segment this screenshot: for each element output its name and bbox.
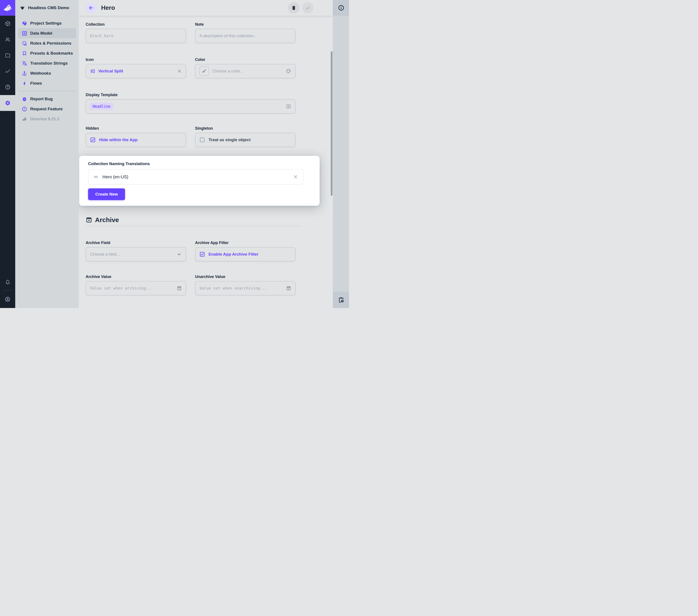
project-header[interactable]: Headless CMS Demo <box>15 0 79 16</box>
remove-translation-button[interactable] <box>293 174 298 179</box>
module-content-button[interactable] <box>0 16 15 31</box>
information-panel-button[interactable] <box>333 0 349 16</box>
sidebar-item-label: Data Model <box>30 31 52 36</box>
anchor-icon <box>22 71 27 76</box>
drag-handle-icon[interactable] <box>93 174 98 179</box>
unarchive-value-input[interactable]: Value set when unarchiving... <box>195 281 295 296</box>
rabbit-logo-icon <box>3 3 13 13</box>
checkbox-checked-icon <box>90 137 96 143</box>
check-icon <box>305 5 311 11</box>
revisions-panel-button[interactable] <box>333 292 349 308</box>
notifications-button[interactable] <box>0 275 15 289</box>
sidebar-item-label: Flows <box>30 81 42 86</box>
color-input[interactable]: Choose a color... <box>195 64 295 78</box>
settings-gear-icon <box>5 100 11 106</box>
singleton-checkbox[interactable]: Treat as single object <box>195 133 295 147</box>
trash-icon <box>291 5 296 11</box>
field-archive-value: Archive Value Value set when archiving..… <box>86 274 186 296</box>
template-chip[interactable]: Headline <box>90 103 113 110</box>
collection-placeholder: block_hero <box>90 34 113 38</box>
page-title: Hero <box>101 4 115 11</box>
clipboard-clock-icon <box>338 297 345 303</box>
sidebar-item-flows[interactable]: Flows <box>18 78 76 88</box>
unarchive-value-placeholder: Value set when unarchiving... <box>199 286 267 290</box>
collection-naming-translations-card: Collection Naming Translations Hero (en-… <box>79 156 320 206</box>
delete-collection-button[interactable] <box>288 2 299 13</box>
module-help-button[interactable] <box>0 79 15 95</box>
translate-icon <box>22 61 27 66</box>
vertical-split-icon <box>90 69 95 74</box>
icon-select[interactable]: Vertical Split <box>86 64 186 78</box>
main-panel: Hero Collection <box>79 0 333 308</box>
eyedropper-button[interactable] <box>199 66 209 76</box>
bell-icon <box>5 279 11 285</box>
version-label: Directus 9.21.2 <box>30 117 59 121</box>
module-files-button[interactable] <box>0 47 15 63</box>
folder-icon <box>5 52 11 58</box>
user-avatar-button[interactable] <box>0 292 15 306</box>
save-button[interactable] <box>302 2 313 13</box>
field-label: Archive Field <box>86 240 186 245</box>
navigation-sidebar: Headless CMS Demo Project Settings <box>15 0 79 308</box>
archive-field-select[interactable]: Choose a field... <box>86 247 186 261</box>
rail-divider <box>3 290 13 291</box>
chevron-down-icon <box>177 252 182 257</box>
bookmark-icon <box>22 51 27 56</box>
sidebar-item-label: Presets & Bookmarks <box>30 51 73 56</box>
collection-settings-form: Collection block_hero Note A description… <box>79 16 333 308</box>
sidebar-item-translation-strings[interactable]: Translation Strings <box>18 58 76 68</box>
field-collection: Collection block_hero <box>86 22 186 43</box>
note-placeholder: A description of this collection... <box>199 33 257 38</box>
sidebar-item-label: Report Bug <box>30 97 53 101</box>
checkbox-unchecked-icon <box>199 137 205 143</box>
rabbit-version-icon <box>22 117 27 122</box>
field-label: Icon <box>86 57 186 62</box>
field-label: Display Template <box>86 92 333 97</box>
box-icon <box>5 20 11 27</box>
info-icon <box>338 4 345 11</box>
directus-logo-button[interactable] <box>0 0 15 16</box>
module-insights-button[interactable] <box>0 63 15 79</box>
field-color: Color Choose a color... <box>195 57 295 78</box>
archive-section-header: Archive <box>86 216 333 223</box>
field-label: Unarchive Value <box>195 274 295 279</box>
sidebar-item-label: Webhooks <box>30 71 51 76</box>
color-placeholder: Choose a color... <box>212 69 243 73</box>
back-button[interactable] <box>85 2 97 13</box>
collection-input[interactable]: block_hero <box>86 29 186 43</box>
palette-icon[interactable] <box>286 69 291 74</box>
module-settings-button[interactable] <box>0 95 15 111</box>
create-new-button[interactable]: Create New <box>88 188 125 200</box>
new-releases-icon <box>22 106 27 112</box>
field-label: Archive App Filter <box>195 240 295 245</box>
display-template-input[interactable]: Headline <box>86 99 295 113</box>
field-archive-field: Archive Field Choose a field... <box>86 240 186 261</box>
globe-icon <box>22 20 27 26</box>
sidebar-item-presets-bookmarks[interactable]: Presets & Bookmarks <box>18 48 76 58</box>
module-bar <box>0 0 15 308</box>
unarchive-up-icon <box>286 286 291 291</box>
add-field-button[interactable] <box>286 104 291 109</box>
archive-app-filter-checkbox[interactable]: Enable App Archive Filter <box>195 247 295 261</box>
translations-title: Collection Naming Translations <box>88 161 320 166</box>
sidebar-item-report-bug[interactable]: Report Bug <box>18 94 76 104</box>
clear-icon-button[interactable] <box>177 69 182 73</box>
note-input[interactable]: A description of this collection... <box>195 29 295 43</box>
sidebar-item-roles-permissions[interactable]: Roles & Permissions <box>18 38 76 48</box>
sidebar-item-data-model[interactable]: Data Model <box>18 28 76 38</box>
checkbox-label: Treat as single object <box>209 137 251 142</box>
sidebar-item-request-feature[interactable]: Request Feature <box>18 104 76 114</box>
sidebar-item-label: Translation Strings <box>30 61 68 66</box>
field-unarchive-value: Unarchive Value Value set when unarchivi… <box>195 274 295 296</box>
module-users-button[interactable] <box>0 31 15 47</box>
archive-down-icon <box>177 286 182 291</box>
hidden-checkbox[interactable]: Hide within the App <box>86 133 186 147</box>
translation-list-item[interactable]: Hero (en-US) <box>88 169 303 184</box>
sidebar-item-label: Request Feature <box>30 107 62 111</box>
bug-icon <box>22 96 27 102</box>
vertical-scrollbar[interactable] <box>331 51 333 196</box>
sidebar-item-webhooks[interactable]: Webhooks <box>18 68 76 78</box>
archive-field-placeholder: Choose a field... <box>90 252 120 257</box>
archive-value-input[interactable]: Value set when archiving... <box>86 281 186 296</box>
sidebar-item-project-settings[interactable]: Project Settings <box>18 18 76 28</box>
